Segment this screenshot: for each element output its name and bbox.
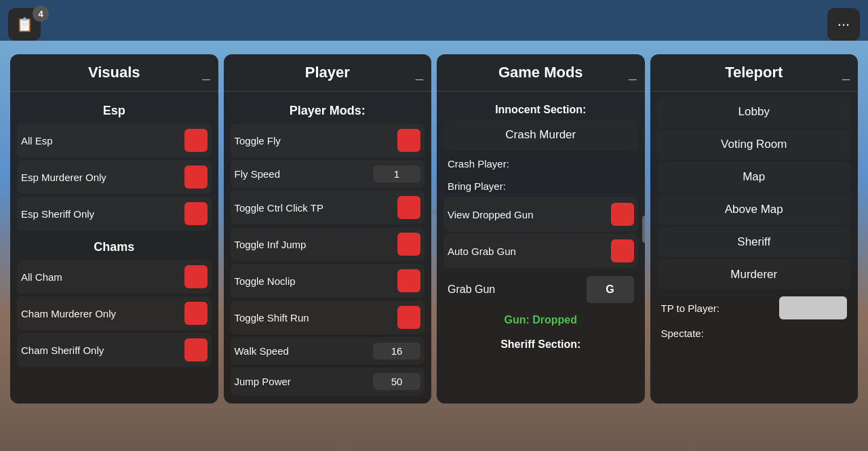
crash-murder-btn[interactable]: Crash Murder [443, 120, 638, 150]
voting-room-btn[interactable]: Voting Room [657, 130, 852, 159]
visuals-body: Esp All Esp Esp Murderer Only Esp Sherif… [10, 92, 218, 375]
all-cham-row: All Cham [17, 260, 212, 294]
noclip-row: Toggle Noclip [231, 264, 425, 298]
all-esp-label: All Esp [21, 135, 53, 146]
esp-murderer-row: Esp Murderer Only [17, 160, 212, 194]
teleport-header: Teleport _ [650, 54, 859, 92]
view-dropped-gun-label: View Dropped Gun [448, 209, 533, 220]
visuals-header: Visuals _ [10, 54, 218, 92]
cham-murderer-label: Cham Murderer Only [21, 308, 116, 319]
esp-murderer-label: Esp Murderer Only [21, 172, 106, 183]
teleport-minimize[interactable]: _ [842, 66, 850, 79]
panels-container: Visuals _ Esp All Esp Esp Murderer Only … [10, 54, 858, 404]
sheriff-btn[interactable]: Sheriff [657, 227, 852, 257]
murderer-btn[interactable]: Murderer [657, 260, 852, 290]
visuals-panel: Visuals _ Esp All Esp Esp Murderer Only … [10, 54, 218, 404]
walk-speed-input[interactable] [373, 342, 420, 359]
spectate-label: Spectate: [661, 328, 704, 339]
gun-status: Gun: Dropped [443, 309, 638, 332]
crash-player-row: Crash Player: [443, 153, 638, 175]
noclip-btn[interactable] [397, 269, 420, 292]
walk-speed-row: Walk Speed [231, 337, 425, 365]
gamemods-header: Game Mods _ [437, 54, 645, 92]
all-cham-toggle[interactable] [184, 265, 208, 288]
chams-section-label: Chams [17, 233, 212, 260]
shift-run-row: Toggle Shift Run [231, 300, 425, 334]
player-header: Player _ [224, 54, 432, 92]
esp-sheriff-toggle[interactable] [184, 202, 208, 225]
ctrl-click-tp-row: Toggle Ctrl Click TP [231, 191, 425, 224]
grab-gun-row: Grab Gun G [443, 271, 638, 309]
bring-player-label: Bring Player: [448, 180, 506, 192]
spectate-row: Spectate: [657, 323, 852, 343]
visuals-title: Visuals [88, 64, 140, 81]
innocent-section-label: Innocent Section: [443, 97, 638, 120]
grab-gun-key-btn[interactable]: G [587, 276, 634, 303]
ctrl-click-tp-btn[interactable] [397, 196, 420, 219]
teleport-panel: Teleport _ Lobby Voting Room Map Above M… [650, 54, 859, 404]
shift-run-label: Toggle Shift Run [235, 312, 309, 323]
noclip-label: Toggle Noclip [235, 275, 296, 287]
auto-grab-gun-btn[interactable] [611, 239, 634, 262]
map-btn[interactable]: Map [657, 162, 852, 192]
drag-handle[interactable] [642, 216, 645, 243]
grab-gun-label: Grab Gun [448, 283, 495, 296]
gamemods-body: Innocent Section: Crash Murder Crash Pla… [437, 92, 645, 360]
walk-speed-label: Walk Speed [235, 345, 289, 357]
jump-power-row: Jump Power [231, 368, 425, 395]
teleport-title: Teleport [725, 64, 783, 81]
player-minimize[interactable]: _ [416, 66, 423, 79]
dots-icon: ··· [837, 16, 850, 33]
auto-grab-gun-label: Auto Grab Gun [448, 246, 516, 257]
all-esp-toggle[interactable] [184, 129, 208, 152]
auto-grab-gun-row: Auto Grab Gun [443, 234, 638, 268]
inf-jump-row: Toggle Inf Jump [231, 227, 425, 261]
player-panel: Player _ Player Mods: Toggle Fly Fly Spe… [224, 54, 432, 404]
all-cham-label: All Cham [21, 271, 62, 283]
ctrl-click-tp-label: Toggle Ctrl Click TP [235, 202, 323, 214]
toggle-fly-btn[interactable] [397, 129, 420, 152]
view-dropped-gun-row: View Dropped Gun [443, 197, 638, 231]
bring-player-row: Bring Player: [443, 175, 638, 197]
inf-jump-label: Toggle Inf Jump [235, 239, 307, 250]
view-dropped-gun-btn[interactable] [611, 203, 634, 226]
player-body: Player Mods: Toggle Fly Fly Speed Toggle… [224, 92, 432, 404]
jump-power-input[interactable] [373, 373, 420, 390]
gamemods-title: Game Mods [498, 64, 583, 81]
lobby-btn[interactable]: Lobby [657, 97, 852, 127]
crash-player-label: Crash Player: [448, 158, 509, 170]
all-esp-row: All Esp [17, 123, 212, 157]
top-badge: 📋 4 [8, 8, 60, 41]
cham-murderer-row: Cham Murderer Only [17, 296, 212, 330]
esp-sheriff-label: Esp Sheriff Only [21, 208, 94, 220]
sheriff-section-label: Sheriff Section: [443, 332, 638, 355]
esp-murderer-toggle[interactable] [184, 165, 208, 189]
fly-speed-row: Fly Speed [231, 160, 425, 188]
cham-sheriff-row: Cham Sheriff Only [17, 333, 212, 367]
gamemods-minimize[interactable]: _ [629, 66, 636, 79]
toggle-fly-row: Toggle Fly [231, 123, 425, 157]
esp-section-label: Esp [17, 97, 212, 123]
tp-player-row: TP to Player: [657, 292, 852, 323]
fly-speed-input[interactable] [373, 165, 420, 182]
badge-count: 4 [33, 5, 49, 22]
tp-player-label: TP to Player: [661, 302, 719, 314]
tp-player-input[interactable] [779, 296, 847, 319]
menu-button[interactable]: ··· [827, 8, 860, 41]
jump-power-label: Jump Power [235, 376, 291, 387]
visuals-minimize[interactable]: _ [202, 66, 210, 79]
cham-sheriff-toggle[interactable] [184, 338, 208, 361]
inf-jump-btn[interactable] [397, 233, 420, 256]
fly-speed-label: Fly Speed [235, 168, 281, 180]
above-map-btn[interactable]: Above Map [657, 195, 852, 224]
player-title: Player [305, 64, 350, 81]
teleport-body: Lobby Voting Room Map Above Map Sheriff … [650, 92, 859, 349]
gamemods-panel: Game Mods _ Innocent Section: Crash Murd… [437, 54, 645, 404]
cham-murderer-toggle[interactable] [184, 302, 208, 325]
cham-sheriff-label: Cham Sheriff Only [21, 345, 104, 356]
toggle-fly-label: Toggle Fly [235, 135, 281, 146]
shift-run-btn[interactable] [397, 306, 420, 329]
player-mods-label: Player Mods: [231, 97, 425, 123]
esp-sheriff-row: Esp Sheriff Only [17, 197, 212, 231]
